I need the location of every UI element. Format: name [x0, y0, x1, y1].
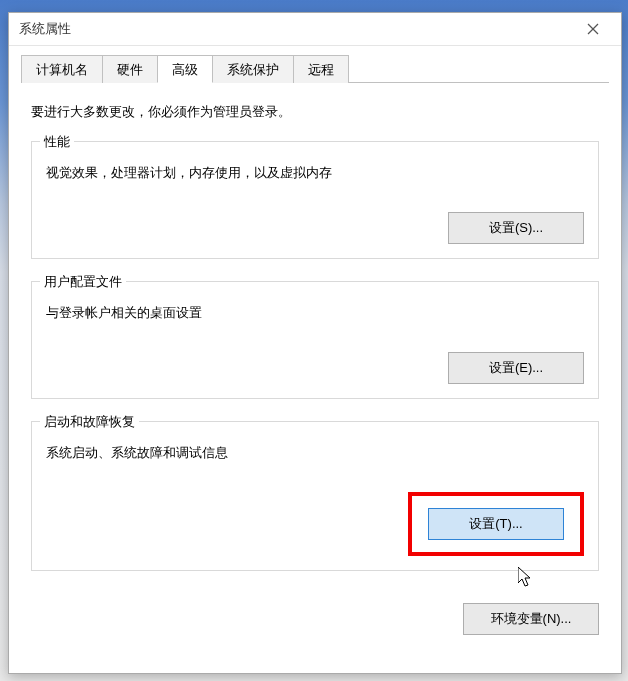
group-startup-recovery-desc: 系统启动、系统故障和调试信息	[46, 444, 584, 462]
tab-system-protection[interactable]: 系统保护	[212, 55, 294, 83]
tab-advanced[interactable]: 高级	[157, 55, 213, 83]
annotation-highlight: 设置(T)...	[408, 492, 584, 556]
user-profiles-settings-button[interactable]: 设置(E)...	[448, 352, 584, 384]
tab-strip: 计算机名 硬件 高级 系统保护 远程	[21, 54, 609, 83]
system-properties-dialog: 系统属性 计算机名 硬件 高级 系统保护 远程 要进行大多数更改，你必须作为管理…	[8, 12, 622, 674]
group-performance: 性能 视觉效果，处理器计划，内存使用，以及虚拟内存 设置(S)...	[31, 141, 599, 259]
group-performance-desc: 视觉效果，处理器计划，内存使用，以及虚拟内存	[46, 164, 584, 182]
close-icon	[587, 23, 599, 35]
dialog-footer: 环境变量(N)...	[9, 603, 621, 645]
tab-remote[interactable]: 远程	[293, 55, 349, 83]
tab-panel-advanced: 要进行大多数更改，你必须作为管理员登录。 性能 视觉效果，处理器计划，内存使用，…	[9, 83, 621, 603]
tab-computer-name[interactable]: 计算机名	[21, 55, 103, 83]
tab-hardware[interactable]: 硬件	[102, 55, 158, 83]
group-user-profiles-desc: 与登录帐户相关的桌面设置	[46, 304, 584, 322]
group-performance-legend: 性能	[40, 133, 74, 151]
environment-variables-button[interactable]: 环境变量(N)...	[463, 603, 599, 635]
titlebar: 系统属性	[9, 13, 621, 46]
close-button[interactable]	[573, 17, 613, 41]
admin-instruction: 要进行大多数更改，你必须作为管理员登录。	[31, 103, 599, 121]
group-user-profiles: 用户配置文件 与登录帐户相关的桌面设置 设置(E)...	[31, 281, 599, 399]
group-user-profiles-legend: 用户配置文件	[40, 273, 126, 291]
performance-settings-button[interactable]: 设置(S)...	[448, 212, 584, 244]
startup-recovery-settings-button[interactable]: 设置(T)...	[428, 508, 564, 540]
window-title: 系统属性	[19, 20, 71, 38]
group-startup-recovery: 启动和故障恢复 系统启动、系统故障和调试信息 设置(T)...	[31, 421, 599, 571]
group-startup-recovery-legend: 启动和故障恢复	[40, 413, 139, 431]
